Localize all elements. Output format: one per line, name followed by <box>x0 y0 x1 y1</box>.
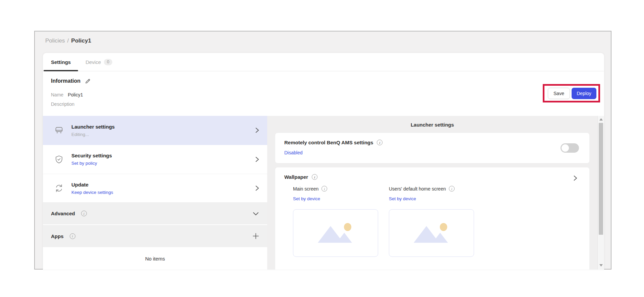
group-advanced[interactable]: Advanced i <box>43 203 267 225</box>
main-screen-label: Main screen <box>293 186 318 192</box>
information-title: Information <box>51 78 80 84</box>
toggle-knob <box>562 144 569 152</box>
info-icon[interactable]: i <box>70 233 75 239</box>
remote-control-toggle[interactable] <box>561 143 579 153</box>
remote-control-label: Remotely control BenQ AMS settings <box>284 140 373 145</box>
menu-item-status: Editing... <box>71 132 115 137</box>
plus-icon[interactable] <box>252 233 259 239</box>
scroll-down-icon[interactable] <box>599 264 603 267</box>
content-split: Launcher settings Editing... Security se… <box>43 116 604 270</box>
empty-state-text: No items <box>145 256 165 262</box>
remote-control-status-link[interactable]: Disabled <box>284 150 302 155</box>
wallpaper-card: Wallpaper i Main screen i <box>275 167 589 270</box>
save-button[interactable]: Save <box>548 88 570 99</box>
scrollbar-thumb[interactable] <box>599 123 603 235</box>
settings-menu: Launcher settings Editing... Security se… <box>43 116 267 270</box>
info-icon[interactable]: i <box>377 140 383 145</box>
menu-item-title: Launcher settings <box>71 124 115 130</box>
chevron-right-icon <box>255 156 259 163</box>
apps-empty-state: No items <box>43 248 267 270</box>
save-deploy-annotation-box: Save Deploy <box>543 84 600 102</box>
policy-card: Settings Device 0 Information NamePolicy… <box>43 53 604 270</box>
info-icon[interactable]: i <box>449 186 455 192</box>
group-label: Apps <box>51 233 64 239</box>
breadcrumb-policies-link[interactable]: Policies <box>45 38 65 44</box>
menu-item-title: Update <box>71 182 113 188</box>
group-apps[interactable]: Apps i <box>43 225 267 248</box>
panel-title: Launcher settings <box>267 122 597 128</box>
info-icon[interactable]: i <box>321 186 327 192</box>
tab-device[interactable]: Device 0 <box>78 53 120 71</box>
information-section: Information NamePolicy1 Description Save… <box>43 71 604 116</box>
default-home-screen-wallpaper-placeholder[interactable] <box>389 209 474 257</box>
launcher-icon <box>54 126 64 135</box>
menu-item-update[interactable]: Update Keep device settings <box>43 174 267 203</box>
policy-detail-window: Policies / Policy1 Settings Device 0 Inf… <box>34 31 611 270</box>
breadcrumb-separator: / <box>67 38 69 44</box>
chevron-right-icon <box>255 185 259 192</box>
breadcrumb: Policies / Policy1 <box>45 38 91 44</box>
chevron-down-icon[interactable] <box>252 210 259 217</box>
menu-item-status-link[interactable]: Set by policy <box>71 161 112 166</box>
group-label: Advanced <box>51 211 75 216</box>
default-home-screen-label: Users' default home screen <box>389 186 446 192</box>
name-value: Policy1 <box>68 92 83 97</box>
chevron-right-icon[interactable] <box>573 175 577 181</box>
deploy-button[interactable]: Deploy <box>572 88 596 99</box>
scroll-up-icon[interactable] <box>599 118 603 121</box>
refresh-icon <box>54 183 64 193</box>
tab-settings[interactable]: Settings <box>44 53 78 71</box>
info-icon[interactable]: i <box>81 211 87 216</box>
tab-settings-label: Settings <box>51 59 71 65</box>
image-placeholder-icon <box>410 221 453 245</box>
launcher-settings-panel: Launcher settings Remotely control BenQ … <box>267 116 604 270</box>
panel-scrollbar[interactable] <box>597 116 604 270</box>
chevron-right-icon <box>255 127 259 134</box>
menu-item-security-settings[interactable]: Security settings Set by policy <box>43 145 267 174</box>
default-home-screen-set-by-device-link[interactable]: Set by device <box>389 196 416 201</box>
name-label: Name <box>51 92 63 97</box>
menu-item-launcher-settings[interactable]: Launcher settings Editing... <box>43 116 267 145</box>
shield-check-icon <box>54 155 64 164</box>
main-screen-set-by-device-link[interactable]: Set by device <box>293 196 320 201</box>
edit-pencil-icon[interactable] <box>85 78 91 84</box>
breadcrumb-current-policy: Policy1 <box>71 38 91 44</box>
image-placeholder-icon <box>314 221 357 245</box>
tab-bar: Settings Device 0 <box>43 53 604 71</box>
main-screen-wallpaper-placeholder[interactable] <box>293 209 378 257</box>
menu-item-title: Security settings <box>71 153 112 158</box>
tab-device-label: Device <box>85 59 101 65</box>
remote-control-card: Remotely control BenQ AMS settings i Dis… <box>275 133 589 163</box>
menu-item-status-link[interactable]: Keep device settings <box>71 190 113 195</box>
description-label: Description <box>51 101 74 107</box>
device-count-badge: 0 <box>104 59 112 65</box>
